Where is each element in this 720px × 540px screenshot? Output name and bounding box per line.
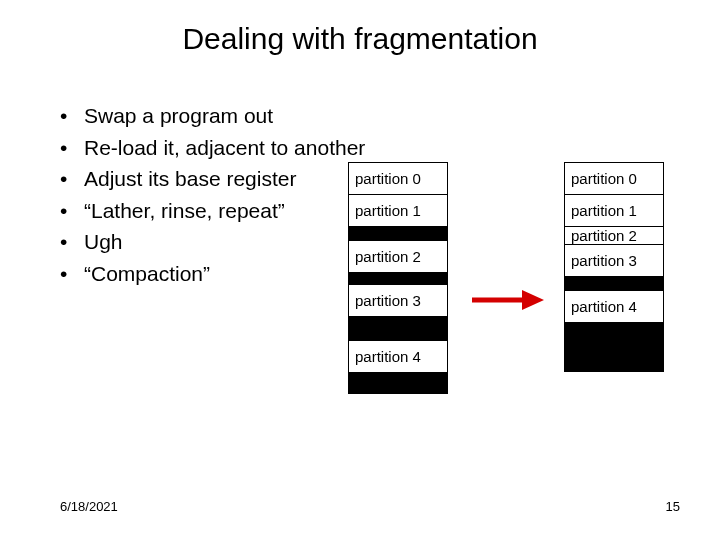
memory-diagram-after: partition 0 partition 1 partition 2 part… (564, 162, 664, 372)
bullet-dot: • (60, 163, 84, 195)
partition-cell: partition 2 (349, 241, 447, 273)
partition-cell: partition 3 (349, 285, 447, 317)
free-gap (565, 323, 663, 371)
free-gap (349, 273, 447, 285)
arrow-icon (472, 290, 544, 310)
free-gap (349, 317, 447, 341)
partition-cell: partition 4 (565, 291, 663, 323)
footer-date: 6/18/2021 (60, 499, 118, 514)
bullet-text: “Lather, rinse, repeat” (84, 195, 285, 227)
list-item: •Adjust its base register (60, 163, 365, 195)
svg-marker-1 (522, 290, 544, 310)
free-gap (349, 373, 447, 393)
bullet-dot: • (60, 100, 84, 132)
list-item: •“Compaction” (60, 258, 365, 290)
bullet-dot: • (60, 258, 84, 290)
memory-diagram-before: partition 0 partition 1 partition 2 part… (348, 162, 448, 394)
footer-page-number: 15 (666, 499, 680, 514)
bullet-dot: • (60, 195, 84, 227)
partition-cell: partition 3 (565, 245, 663, 277)
partition-cell: partition 0 (349, 163, 447, 195)
bullet-text: Ugh (84, 226, 123, 258)
list-item: •“Lather, rinse, repeat” (60, 195, 365, 227)
bullet-text: “Compaction” (84, 258, 210, 290)
bullet-list: •Swap a program out •Re-load it, adjacen… (60, 100, 365, 289)
partition-cell: partition 1 (565, 195, 663, 227)
bullet-dot: • (60, 132, 84, 164)
free-gap (349, 227, 447, 241)
bullet-text: Re-load it, adjacent to another (84, 132, 365, 164)
slide: Dealing with fragmentation •Swap a progr… (0, 0, 720, 540)
list-item: •Re-load it, adjacent to another (60, 132, 365, 164)
free-gap (565, 277, 663, 291)
bullet-text: Swap a program out (84, 100, 273, 132)
partition-cell: partition 2 (565, 227, 663, 245)
list-item: •Ugh (60, 226, 365, 258)
partition-cell: partition 0 (565, 163, 663, 195)
bullet-dot: • (60, 226, 84, 258)
bullet-text: Adjust its base register (84, 163, 296, 195)
slide-title: Dealing with fragmentation (0, 22, 720, 56)
partition-cell: partition 1 (349, 195, 447, 227)
list-item: •Swap a program out (60, 100, 365, 132)
partition-cell: partition 4 (349, 341, 447, 373)
